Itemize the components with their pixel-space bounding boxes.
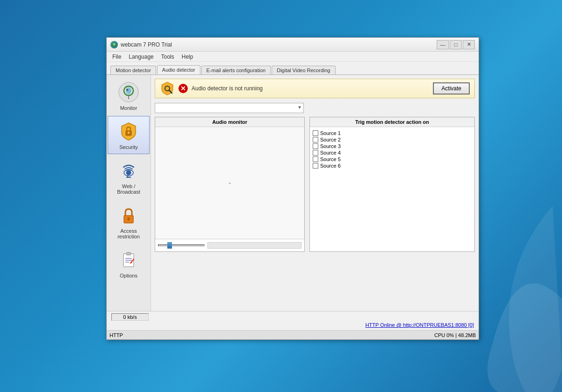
trig-motion-panel: Trig motion detector action on Source 1S… (309, 117, 475, 252)
svg-point-7 (126, 89, 128, 91)
sidebar-label-access: Access restriction (110, 228, 147, 239)
audio-monitor-content: - (155, 127, 304, 239)
kb-row: 0 kb/s (111, 313, 474, 321)
source-checkbox-3[interactable] (313, 143, 318, 149)
app-window: webcam 7 PRO Trial — □ ✕ File Language T… (106, 37, 479, 340)
menu-language[interactable]: Language (125, 53, 157, 61)
source-checkbox-1[interactable] (313, 130, 318, 136)
source-item: Source 5 (313, 156, 472, 162)
audio-monitor-panel: Audio monitor - (155, 117, 305, 252)
alert-shield-icon (160, 81, 175, 96)
panels-row: Audio monitor - Trig motion detector (155, 117, 475, 252)
source-label-2: Source 2 (320, 137, 341, 142)
alert-bar: ✕ Audio detector is not running Activate (155, 79, 475, 98)
source-checkbox-5[interactable] (313, 156, 318, 162)
tab-audio-detector[interactable]: Audio detector (157, 65, 200, 74)
source-label-3: Source 3 (320, 143, 341, 149)
level-bar (207, 242, 302, 249)
sidebar-item-security[interactable]: Security (108, 116, 150, 154)
content-panel: ✕ Audio detector is not running Activate… (151, 75, 479, 311)
bottom-bar: HTTP CPU 0% | 48.2MB (107, 330, 479, 339)
svg-point-9 (128, 132, 130, 134)
bottom-cpu-status: CPU 0% | 48.2MB (434, 332, 476, 338)
sidebar-item-access[interactable]: Access restriction (108, 200, 150, 243)
kb-indicator: 0 kb/s (111, 313, 149, 321)
minimize-button[interactable]: — (437, 40, 449, 49)
options-icon (117, 249, 140, 271)
sidebar-item-options[interactable]: Options (108, 244, 150, 283)
dropdown-row: ▼ (155, 103, 475, 113)
source-dropdown[interactable] (155, 103, 304, 113)
sidebar-label-security: Security (119, 144, 138, 150)
access-restriction-icon (117, 204, 140, 226)
audio-controls (155, 239, 304, 251)
volume-slider[interactable] (158, 242, 205, 249)
menu-tools[interactable]: Tools (158, 53, 178, 61)
sidebar: Monitor Security (107, 75, 151, 311)
audio-monitor-title: Audio monitor (155, 117, 304, 127)
menu-bar: File Language Tools Help (107, 52, 479, 62)
sidebar-item-monitor[interactable]: Monitor (108, 77, 150, 115)
window-title: webcam 7 PRO Trial (121, 41, 437, 48)
svg-rect-18 (126, 252, 131, 255)
source-item: Source 2 (313, 136, 472, 143)
alert-message: Audio detector is not running (192, 85, 433, 92)
source-item: Source 4 (313, 149, 472, 156)
audio-dash: - (229, 179, 231, 187)
source-item: Source 3 (313, 143, 472, 149)
sidebar-item-broadcast[interactable]: Web / Broadcast (108, 155, 150, 199)
svg-point-6 (126, 87, 131, 95)
source-label-1: Source 1 (320, 130, 341, 136)
monitor-icon (117, 81, 140, 103)
source-item: Source 1 (313, 130, 472, 136)
security-icon (117, 120, 140, 142)
svg-rect-16 (128, 219, 130, 221)
source-item: Source 6 (313, 162, 472, 169)
source-checkbox-4[interactable] (313, 150, 318, 155)
trig-panel-title: Trig motion detector action on (310, 117, 474, 127)
activate-button[interactable]: Activate (433, 82, 470, 95)
tab-motion-detector[interactable]: Motion detector (110, 66, 156, 74)
source-checkbox-2[interactable] (313, 137, 318, 142)
menu-help[interactable]: Help (178, 53, 197, 61)
slider-thumb[interactable] (167, 242, 172, 249)
tab-digital-video[interactable]: Digital Video Recording (272, 66, 336, 74)
app-icon (110, 41, 118, 48)
sidebar-label-monitor: Monitor (120, 105, 137, 111)
close-button[interactable]: ✕ (463, 40, 475, 49)
maximize-button[interactable]: □ (450, 40, 462, 49)
bottom-http-status: HTTP (110, 332, 123, 338)
source-label-5: Source 5 (320, 156, 341, 162)
menu-file[interactable]: File (109, 53, 125, 61)
trig-content: Source 1Source 2Source 3Source 4Source 5… (310, 127, 474, 251)
source-checkbox-6[interactable] (313, 163, 318, 169)
sidebar-label-broadcast: Web / Broadcast (110, 183, 147, 195)
status-bar: 0 kb/s HTTP Online @ http://ONTPRUEBAS1:… (107, 311, 479, 330)
tab-bar: Motion detector Audio detector E-mail al… (107, 62, 479, 75)
source-label-4: Source 4 (320, 150, 341, 155)
window-controls: — □ ✕ (437, 40, 475, 49)
slider-track (158, 244, 205, 246)
error-icon: ✕ (178, 84, 188, 93)
source-dropdown-wrap: ▼ (155, 103, 304, 113)
main-content: Monitor Security (107, 75, 479, 311)
source-label-6: Source 6 (320, 163, 341, 169)
http-link[interactable]: HTTP Online @ http://ONTPRUEBAS1:8080 [0… (365, 322, 474, 328)
svg-point-1 (113, 43, 116, 45)
title-bar: webcam 7 PRO Trial — □ ✕ (107, 38, 479, 52)
tab-email-alerts[interactable]: E-mail alerts configuration (201, 66, 271, 74)
sidebar-label-options: Options (120, 273, 137, 278)
broadcast-icon (117, 159, 140, 182)
